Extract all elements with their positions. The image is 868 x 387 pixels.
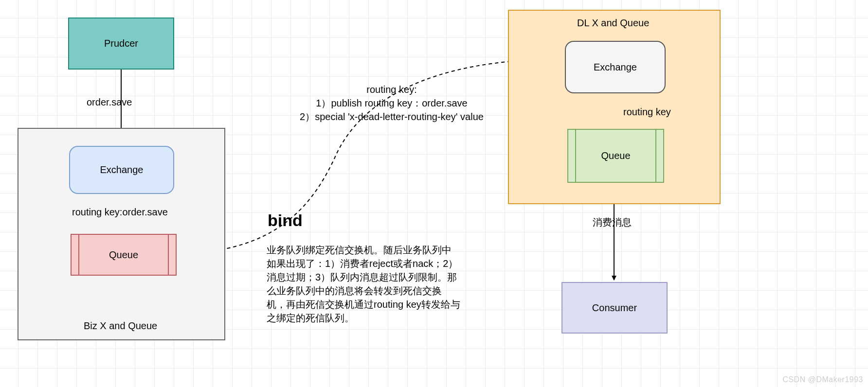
dl-queue-label: Queue bbox=[601, 150, 630, 161]
dl-queue-node: Queue bbox=[567, 129, 664, 183]
producer-label: Prudcer bbox=[104, 38, 138, 49]
dl-exchange-node: Exchange bbox=[565, 41, 666, 93]
consumer-node: Consumer bbox=[561, 282, 668, 334]
bind-heading: bind bbox=[268, 211, 303, 230]
dl-routing-label: routing key bbox=[623, 106, 671, 118]
biz-queue-node: Queue bbox=[71, 234, 177, 276]
routing-key-note: routing key: 1）publish routing key：order… bbox=[287, 83, 496, 123]
diagram-canvas: Prudcer order.save Exchange routing key:… bbox=[0, 0, 868, 387]
biz-exchange-node: Exchange bbox=[69, 146, 174, 194]
dl-container-label: DL X and Queue bbox=[577, 18, 649, 29]
biz-container: Exchange routing key:order.save Queue Bi… bbox=[18, 128, 225, 340]
biz-exchange-label: Exchange bbox=[100, 164, 144, 176]
biz-container-label: Biz X and Queue bbox=[84, 320, 157, 332]
biz-routing-label: routing key:order.save bbox=[72, 207, 168, 218]
producer-node: Prudcer bbox=[68, 18, 174, 70]
consume-label: 消费消息 bbox=[593, 216, 632, 229]
dl-exchange-label: Exchange bbox=[594, 62, 637, 73]
producer-routing-label: order.save bbox=[87, 97, 132, 108]
consumer-label: Consumer bbox=[592, 302, 637, 314]
dl-container: DL X and Queue Exchange routing key Queu… bbox=[508, 10, 721, 204]
watermark: CSDN @DMaker1993 bbox=[782, 375, 863, 384]
bind-description: 业务队列绑定死信交换机。随后业务队列中如果出现了：1）消费者reject或者na… bbox=[267, 243, 460, 325]
biz-queue-label: Queue bbox=[109, 249, 138, 261]
